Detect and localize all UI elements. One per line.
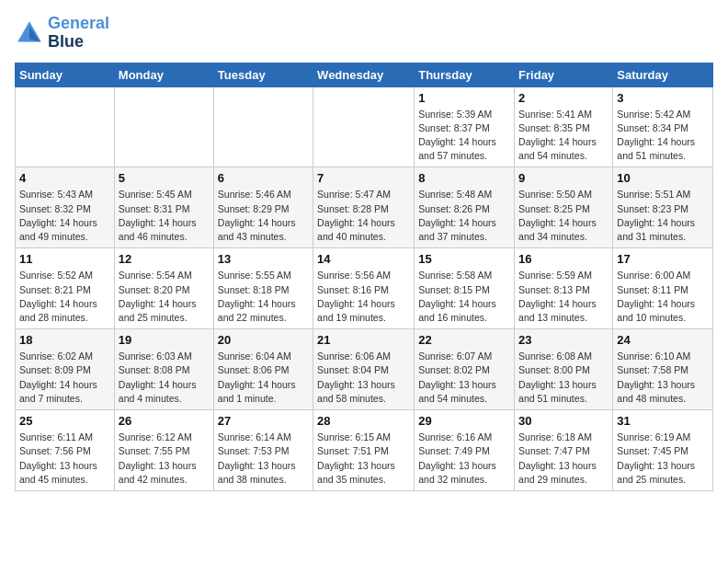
day-number: 17	[617, 252, 709, 266]
day-info: Sunrise: 6:18 AMSunset: 7:47 PMDaylight:…	[518, 431, 609, 487]
day-number: 1	[418, 91, 510, 105]
day-cell: 15Sunrise: 5:58 AMSunset: 8:15 PMDayligh…	[415, 248, 515, 329]
calendar-table: SundayMondayTuesdayWednesdayThursdayFrid…	[15, 63, 713, 491]
day-number: 13	[218, 252, 309, 266]
calendar-header: SundayMondayTuesdayWednesdayThursdayFrid…	[16, 63, 713, 86]
day-cell	[16, 86, 115, 167]
header-row: SundayMondayTuesdayWednesdayThursdayFrid…	[16, 63, 713, 86]
day-number: 25	[19, 414, 110, 428]
day-cell: 7Sunrise: 5:47 AMSunset: 8:28 PMDaylight…	[313, 167, 415, 248]
day-number: 8	[418, 171, 510, 185]
day-info: Sunrise: 6:19 AMSunset: 7:45 PMDaylight:…	[617, 431, 709, 487]
logo-text: General Blue	[48, 15, 109, 52]
day-info: Sunrise: 6:16 AMSunset: 7:49 PMDaylight:…	[418, 431, 510, 487]
day-info: Sunrise: 5:48 AMSunset: 8:26 PMDaylight:…	[418, 188, 510, 244]
col-header-sunday: Sunday	[16, 63, 115, 86]
day-number: 16	[518, 252, 609, 266]
week-row-5: 25Sunrise: 6:11 AMSunset: 7:56 PMDayligh…	[16, 410, 713, 491]
day-cell: 26Sunrise: 6:12 AMSunset: 7:55 PMDayligh…	[114, 410, 213, 491]
day-number: 7	[317, 171, 410, 185]
day-number: 2	[518, 91, 609, 105]
day-cell	[114, 86, 213, 167]
day-cell: 5Sunrise: 5:45 AMSunset: 8:31 PMDaylight…	[114, 167, 213, 248]
day-cell: 29Sunrise: 6:16 AMSunset: 7:49 PMDayligh…	[415, 410, 515, 491]
day-cell: 27Sunrise: 6:14 AMSunset: 7:53 PMDayligh…	[213, 410, 313, 491]
calendar-body: 1Sunrise: 5:39 AMSunset: 8:37 PMDaylight…	[16, 86, 713, 490]
day-cell: 16Sunrise: 5:59 AMSunset: 8:13 PMDayligh…	[515, 248, 613, 329]
day-info: Sunrise: 5:42 AMSunset: 8:34 PMDaylight:…	[617, 108, 709, 164]
day-cell: 22Sunrise: 6:07 AMSunset: 8:02 PMDayligh…	[415, 329, 515, 410]
day-info: Sunrise: 5:58 AMSunset: 8:15 PMDaylight:…	[418, 269, 510, 325]
day-number: 27	[218, 414, 309, 428]
day-info: Sunrise: 6:12 AMSunset: 7:55 PMDaylight:…	[119, 431, 210, 487]
day-cell: 3Sunrise: 5:42 AMSunset: 8:34 PMDaylight…	[613, 86, 713, 167]
col-header-friday: Friday	[515, 63, 613, 86]
day-cell: 6Sunrise: 5:46 AMSunset: 8:29 PMDaylight…	[213, 167, 313, 248]
day-info: Sunrise: 5:45 AMSunset: 8:31 PMDaylight:…	[119, 188, 210, 244]
day-info: Sunrise: 6:04 AMSunset: 8:06 PMDaylight:…	[218, 350, 309, 406]
day-info: Sunrise: 5:47 AMSunset: 8:28 PMDaylight:…	[317, 188, 410, 244]
day-info: Sunrise: 6:00 AMSunset: 8:11 PMDaylight:…	[617, 269, 709, 325]
day-number: 24	[617, 333, 709, 347]
col-header-thursday: Thursday	[415, 63, 515, 86]
day-cell: 19Sunrise: 6:03 AMSunset: 8:08 PMDayligh…	[114, 329, 213, 410]
day-cell	[313, 86, 415, 167]
day-number: 20	[218, 333, 309, 347]
day-cell: 10Sunrise: 5:51 AMSunset: 8:23 PMDayligh…	[613, 167, 713, 248]
day-info: Sunrise: 6:02 AMSunset: 8:09 PMDaylight:…	[19, 350, 110, 406]
day-info: Sunrise: 6:08 AMSunset: 8:00 PMDaylight:…	[518, 350, 609, 406]
day-info: Sunrise: 5:54 AMSunset: 8:20 PMDaylight:…	[119, 269, 210, 325]
day-info: Sunrise: 5:52 AMSunset: 8:21 PMDaylight:…	[19, 269, 110, 325]
col-header-tuesday: Tuesday	[213, 63, 313, 86]
day-info: Sunrise: 5:39 AMSunset: 8:37 PMDaylight:…	[418, 108, 510, 164]
day-number: 22	[418, 333, 510, 347]
week-row-1: 1Sunrise: 5:39 AMSunset: 8:37 PMDaylight…	[16, 86, 713, 167]
day-cell: 8Sunrise: 5:48 AMSunset: 8:26 PMDaylight…	[415, 167, 515, 248]
day-cell: 11Sunrise: 5:52 AMSunset: 8:21 PMDayligh…	[16, 248, 115, 329]
day-info: Sunrise: 5:50 AMSunset: 8:25 PMDaylight:…	[518, 188, 609, 244]
day-cell: 9Sunrise: 5:50 AMSunset: 8:25 PMDaylight…	[515, 167, 613, 248]
day-cell: 2Sunrise: 5:41 AMSunset: 8:35 PMDaylight…	[515, 86, 613, 167]
day-info: Sunrise: 6:07 AMSunset: 8:02 PMDaylight:…	[418, 350, 510, 406]
day-number: 6	[218, 171, 309, 185]
day-cell: 12Sunrise: 5:54 AMSunset: 8:20 PMDayligh…	[114, 248, 213, 329]
day-number: 10	[617, 171, 709, 185]
day-cell: 31Sunrise: 6:19 AMSunset: 7:45 PMDayligh…	[613, 410, 713, 491]
day-cell: 24Sunrise: 6:10 AMSunset: 7:58 PMDayligh…	[613, 329, 713, 410]
day-info: Sunrise: 6:14 AMSunset: 7:53 PMDaylight:…	[218, 431, 309, 487]
logo: General Blue	[15, 15, 109, 52]
day-number: 21	[317, 333, 410, 347]
day-number: 30	[518, 414, 609, 428]
day-info: Sunrise: 5:46 AMSunset: 8:29 PMDaylight:…	[218, 188, 309, 244]
week-row-4: 18Sunrise: 6:02 AMSunset: 8:09 PMDayligh…	[16, 329, 713, 410]
day-number: 15	[418, 252, 510, 266]
day-number: 23	[518, 333, 609, 347]
week-row-3: 11Sunrise: 5:52 AMSunset: 8:21 PMDayligh…	[16, 248, 713, 329]
day-number: 4	[19, 171, 110, 185]
day-number: 28	[317, 414, 410, 428]
day-number: 3	[617, 91, 709, 105]
col-header-monday: Monday	[114, 63, 213, 86]
day-cell: 23Sunrise: 6:08 AMSunset: 8:00 PMDayligh…	[515, 329, 613, 410]
day-info: Sunrise: 5:55 AMSunset: 8:18 PMDaylight:…	[218, 269, 309, 325]
day-info: Sunrise: 6:15 AMSunset: 7:51 PMDaylight:…	[317, 431, 410, 487]
day-number: 31	[617, 414, 709, 428]
day-cell: 4Sunrise: 5:43 AMSunset: 8:32 PMDaylight…	[16, 167, 115, 248]
logo-icon	[15, 18, 44, 48]
day-number: 14	[317, 252, 410, 266]
day-cell: 21Sunrise: 6:06 AMSunset: 8:04 PMDayligh…	[313, 329, 415, 410]
day-cell: 17Sunrise: 6:00 AMSunset: 8:11 PMDayligh…	[613, 248, 713, 329]
day-info: Sunrise: 5:51 AMSunset: 8:23 PMDaylight:…	[617, 188, 709, 244]
day-number: 5	[119, 171, 210, 185]
day-number: 12	[119, 252, 210, 266]
col-header-saturday: Saturday	[613, 63, 713, 86]
day-info: Sunrise: 5:43 AMSunset: 8:32 PMDaylight:…	[19, 188, 110, 244]
day-cell	[213, 86, 313, 167]
col-header-wednesday: Wednesday	[313, 63, 415, 86]
day-cell: 28Sunrise: 6:15 AMSunset: 7:51 PMDayligh…	[313, 410, 415, 491]
day-info: Sunrise: 6:11 AMSunset: 7:56 PMDaylight:…	[19, 431, 110, 487]
day-number: 26	[119, 414, 210, 428]
day-info: Sunrise: 6:06 AMSunset: 8:04 PMDaylight:…	[317, 350, 410, 406]
week-row-2: 4Sunrise: 5:43 AMSunset: 8:32 PMDaylight…	[16, 167, 713, 248]
page-header: General Blue	[15, 15, 713, 52]
